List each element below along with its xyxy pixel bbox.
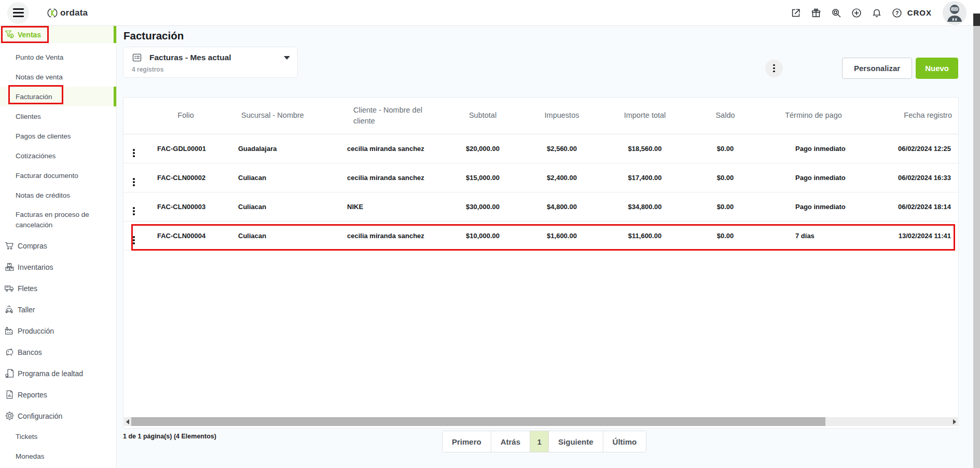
horizontal-scrollbar[interactable] (124, 417, 958, 426)
search-icon (831, 7, 842, 19)
sidebar-item-produccion[interactable]: Producción (0, 320, 116, 341)
sidebar-item-reportes[interactable]: Reportes (0, 384, 116, 405)
table-cell: $17,400.00 (603, 163, 686, 192)
sidebar-item-notas-de-venta[interactable]: Notas de venta (0, 67, 116, 87)
vertical-scrollbar-thumb[interactable] (973, 13, 980, 26)
piggy-bank-icon (4, 347, 15, 357)
horizontal-scrollbar-thumb[interactable] (131, 417, 825, 426)
sidebar-item-facturar-documento[interactable]: Facturar documento (0, 166, 116, 185)
vertical-scrollbar[interactable] (973, 0, 980, 468)
personalize-button[interactable]: Personalizar (842, 58, 912, 79)
table-cell: $2,560.00 (520, 134, 603, 163)
row-menu-cell[interactable] (123, 134, 144, 163)
table-cell: 06/02/2024 16:33 (863, 163, 958, 192)
sidebar-item-inventarios[interactable]: Inventarios (0, 256, 116, 278)
view-selector-dropdown[interactable]: Facturas - Mes actual 4 registros (123, 47, 298, 78)
kebab-icon (773, 64, 775, 66)
help-button[interactable]: ? (891, 7, 903, 19)
column-header[interactable]: Importe total (603, 98, 686, 134)
column-header[interactable]: Saldo (686, 98, 764, 134)
sidebar-item-configuracion[interactable]: Configuración (0, 405, 116, 426)
invoice-table-card: FolioSucursal - NombreCliente - Nombre d… (123, 97, 959, 429)
row-menu-cell[interactable] (123, 163, 144, 192)
sidebar-item-ventas[interactable]: $ Ventas (0, 26, 116, 43)
scroll-right-arrow[interactable] (951, 417, 958, 426)
more-options-button[interactable] (765, 60, 783, 77)
table-cell: Culiacan (227, 221, 318, 250)
column-header[interactable]: Sucursal - Nombre (227, 98, 318, 134)
table-row[interactable]: FAC-GDL00001Guadalajaracecilia miranda s… (123, 134, 958, 163)
vertical-scrollbar-track[interactable] (973, 26, 980, 468)
column-header[interactable]: Término de pago (764, 98, 863, 134)
table-cell: Guadalajara (227, 134, 318, 163)
table-cell: $20,000.00 (445, 134, 520, 163)
bell-icon (871, 7, 882, 19)
sidebar-item-bancos[interactable]: Bancos (0, 341, 116, 363)
brand-name: ordata (60, 8, 88, 18)
sidebar-item-cotizaciones[interactable]: Cotizaciónes (0, 146, 116, 166)
user-avatar[interactable] (943, 1, 967, 25)
advanced-search-button[interactable] (831, 7, 842, 19)
table-cell: FAC-CLN00002 (144, 163, 227, 192)
table-header-row: FolioSucursal - NombreCliente - Nombre d… (123, 98, 958, 134)
avatar-icon (943, 1, 967, 25)
sidebar-item-taller[interactable]: Taller (0, 299, 116, 320)
column-header[interactable]: Cliente - Nombre del cliente (318, 98, 445, 134)
gift-button[interactable] (810, 7, 822, 19)
pagination-first-button[interactable]: Primero (443, 431, 491, 452)
column-header[interactable]: Folio (144, 98, 227, 134)
row-menu-cell[interactable] (123, 192, 144, 221)
notifications-button[interactable] (871, 7, 882, 19)
sidebar-item-notas-de-creditos[interactable]: Notas de créditos (0, 185, 116, 205)
table-cell: Pago inmediato (764, 163, 863, 192)
table-cell: cecilia miranda sanchez (318, 163, 445, 192)
pagination-current-page[interactable]: 1 (530, 431, 548, 452)
sidebar-item-monedas[interactable]: Monedas (0, 446, 116, 466)
table-cell: FAC-CLN00003 (144, 192, 227, 221)
sidebar-item-tickets[interactable]: Tickets (0, 426, 116, 446)
sidebar-item-fletes[interactable]: Fletes (0, 278, 116, 299)
external-link-icon (790, 7, 802, 19)
sidebar-item-clientes[interactable]: Clientes (0, 106, 116, 126)
table-cell: $1,600.00 (520, 221, 603, 250)
table-cell: Pago inmediato (764, 192, 863, 221)
sidebar-item-programa-de-lealtad[interactable]: Programa de lealtad (0, 363, 116, 384)
funnel-dollar-icon: $ (4, 29, 15, 40)
table-cell: Pago inmediato (764, 134, 863, 163)
row-kebab-icon[interactable] (133, 149, 135, 151)
sidebar-item-facturacion[interactable]: Facturación (0, 87, 116, 106)
quick-add-button[interactable] (851, 7, 862, 19)
pagination-previous-button[interactable]: Atrás (491, 431, 530, 452)
external-link-button[interactable] (790, 7, 802, 19)
table-cell: 7 días (764, 221, 863, 250)
pagination-next-button[interactable]: Siguiente (548, 431, 603, 452)
main-content: Facturación Facturas - Mes actual 4 regi… (117, 26, 980, 468)
table-row[interactable]: FAC-CLN00004Culiacancecilia miranda sanc… (123, 221, 958, 250)
table-cell: Culiacan (227, 192, 318, 221)
table-cell: $11,600.00 (603, 221, 686, 250)
pagination-last-button[interactable]: Último (603, 431, 646, 452)
column-header[interactable]: Impuestos (520, 98, 603, 134)
table-row[interactable]: FAC-CLN00002Culiacancecilia miranda sanc… (123, 163, 958, 192)
row-kebab-icon[interactable] (133, 207, 135, 209)
sidebar-item-facturas-en-proceso[interactable]: Facturas en proceso de cancelación (0, 205, 116, 235)
factory-icon (4, 325, 15, 336)
gear-icon (4, 410, 15, 421)
list-icon (132, 52, 142, 63)
table-cell: cecilia miranda sanchez (318, 221, 445, 250)
brand-logo: ordata (47, 7, 88, 19)
sidebar-item-punto-de-venta[interactable]: Punto de Venta (0, 47, 116, 67)
column-header[interactable]: Subtotal (445, 98, 520, 134)
sidebar-item-pagos-de-clientes[interactable]: Pagos de clientes (0, 126, 116, 146)
table-cell: FAC-CLN00004 (144, 221, 227, 250)
row-menu-cell[interactable] (123, 221, 144, 250)
row-kebab-icon[interactable] (133, 178, 135, 180)
row-kebab-icon[interactable] (133, 236, 135, 238)
column-header[interactable]: Fecha registro (863, 98, 958, 134)
new-button[interactable]: Nuevo (916, 58, 958, 79)
table-row[interactable]: FAC-CLN00003CuliacanNIKE$30,000.00$4,800… (123, 192, 958, 221)
svg-text:?: ? (895, 10, 899, 16)
scroll-left-arrow[interactable] (124, 417, 131, 426)
hamburger-menu-button[interactable] (7, 2, 29, 24)
sidebar-item-compras[interactable]: Compras (0, 235, 116, 256)
